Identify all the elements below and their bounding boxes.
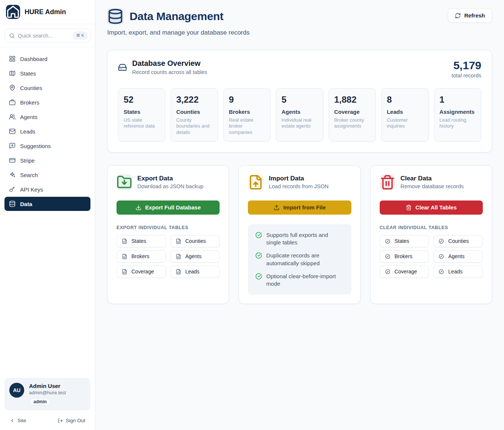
sidebar-item-label: Counties [20,85,42,91]
clear-table-states[interactable]: States [380,235,429,247]
sidebar-item-label: Agents [20,114,38,120]
sidebar-item-agents[interactable]: Agents [4,110,90,124]
upload-icon [274,205,280,211]
sidebar-item-leads[interactable]: Leads [4,124,90,138]
check-circle-icon [255,252,262,259]
stat-value: 1,882 [334,94,370,105]
import-note: Optional clear-before-import mode [255,273,344,288]
sidebar-item-counties[interactable]: Counties [4,81,90,95]
refresh-button[interactable]: Refresh [448,8,492,23]
search-input[interactable] [18,33,70,39]
sidebar-item-label: API Keys [20,186,43,193]
user-email: admin@hure.test [29,390,66,395]
stat-tile-brokers: 9 Brokers Real estate broker companies [223,88,271,142]
sidebar-item-api-keys[interactable]: API Keys [4,182,90,196]
table-button-label: Leads [448,269,462,275]
clear-table-buttons: States Counties Brokers [380,235,483,278]
sparkles-icon [9,171,16,178]
sidebar-footer: Site Sign Out [0,415,95,430]
stat-value: 9 [229,94,265,105]
clear-card-subtitle: Remove database records [401,183,464,189]
site-link-label: Site [17,418,26,423]
sign-out-link[interactable]: Sign Out [58,418,85,423]
stat-value: 1 [440,94,476,105]
export-table-states[interactable]: States [117,235,166,247]
export-table-coverage[interactable]: Coverage [117,266,166,278]
trash-icon [406,205,412,211]
export-card-subtitle: Download as JSON backup [137,183,203,189]
table-button-label: Coverage [395,269,417,275]
export-table-counties[interactable]: Counties [170,235,220,247]
user-role-badge: admin [29,398,51,405]
export-table-agents[interactable]: Agents [170,250,220,263]
sidebar-item-dashboard[interactable]: Dashboard [4,52,90,66]
sidebar-item-data[interactable]: Data [4,197,90,211]
mail-icon [9,128,16,135]
page-header: Data Management Import, export, and mana… [107,8,492,36]
refresh-label: Refresh [464,12,485,19]
database-overview-card: Database Overview Record counts across a… [107,50,492,153]
export-full-database-button[interactable]: Export Full Database [117,200,220,215]
folder-download-icon [117,174,132,190]
action-cards: Export Data Download as JSON backup Expo… [107,165,492,304]
import-card-subtitle: Load records from JSON [269,183,328,189]
sidebar-item-label: Leads [20,128,35,135]
sidebar-item-states[interactable]: States [4,66,90,80]
user-name: Admin User [29,383,66,389]
quick-search-box[interactable]: ⌘ K [4,29,90,42]
stat-description: US state reference data [124,117,160,129]
sidebar-item-label: Stripe [20,157,35,164]
import-note-text: Optional clear-before-import mode [266,273,344,288]
file-upload-icon [248,174,264,190]
site-link[interactable]: Site [10,418,26,423]
clear-table-coverage[interactable]: Coverage [380,266,429,278]
x-circle-icon [385,238,390,244]
clear-button-label: Clear All Tables [415,204,457,211]
hard-drive-icon [118,63,127,72]
avatar: AU [9,383,24,398]
main-content: Data Management Import, export, and mana… [95,0,504,430]
stat-tile-coverage: 1,882 Coverage Broker county assignments [329,88,376,142]
stat-label: Counties [176,109,212,115]
clear-all-tables-button[interactable]: Clear All Tables [380,200,483,215]
dashboard-icon [9,55,16,62]
file-json-icon [122,238,127,244]
sidebar-item-label: Dashboard [20,56,47,62]
export-table-buttons: States Counties Brokers [117,235,220,278]
clear-table-brokers[interactable]: Brokers [380,250,429,263]
sidebar-item-search[interactable]: Search [4,168,90,182]
stat-description: Broker county assignments [334,117,370,129]
clear-table-leads[interactable]: Leads [433,266,483,278]
export-table-leads[interactable]: Leads [170,266,220,278]
clear-table-agents[interactable]: Agents [433,250,483,263]
log-out-icon [58,418,63,423]
total-records-label: total records [452,73,481,78]
stat-description: Customer inquiries [387,117,423,129]
export-table-brokers[interactable]: Brokers [117,250,166,263]
stat-label: Agents [281,109,318,115]
import-from-file-button[interactable]: Import from File [248,200,351,215]
sidebar-item-suggestions[interactable]: Suggestions [4,139,90,153]
search-shortcut-badge: ⌘ K [73,32,87,39]
sidebar-nav: Dashboard States Counties Brokers [0,47,95,215]
stat-label: Coverage [334,109,370,115]
clear-section-label: CLEAR INDIVIDUAL TABLES [380,225,483,230]
map-icon [9,70,16,77]
sidebar-item-label: Data [20,201,32,207]
export-section-label: EXPORT INDIVIDUAL TABLES [117,225,220,230]
import-note: Duplicate records are automatically skip… [255,252,344,267]
sidebar-item-brokers[interactable]: Brokers [4,95,90,109]
clear-table-counties[interactable]: Counties [433,235,483,247]
clear-data-card: Clear Data Remove database records Clear… [370,165,492,304]
users-icon [9,113,16,120]
stat-tiles: 52 States US state reference data 3,222 … [118,88,481,142]
sidebar-item-stripe[interactable]: Stripe [4,153,90,167]
sidebar: HURE Admin ⌘ K Dashboard States [0,0,95,430]
import-note-text: Supports full exports and single tables [266,231,344,247]
file-json-icon [176,238,181,244]
file-json-icon [122,254,127,259]
app-window: HURE Admin ⌘ K Dashboard States [0,0,504,430]
search-section: ⌘ K [0,24,95,47]
import-notes-panel: Supports full exports and single tables … [248,224,351,295]
stat-description: Lead routing history [440,117,476,129]
